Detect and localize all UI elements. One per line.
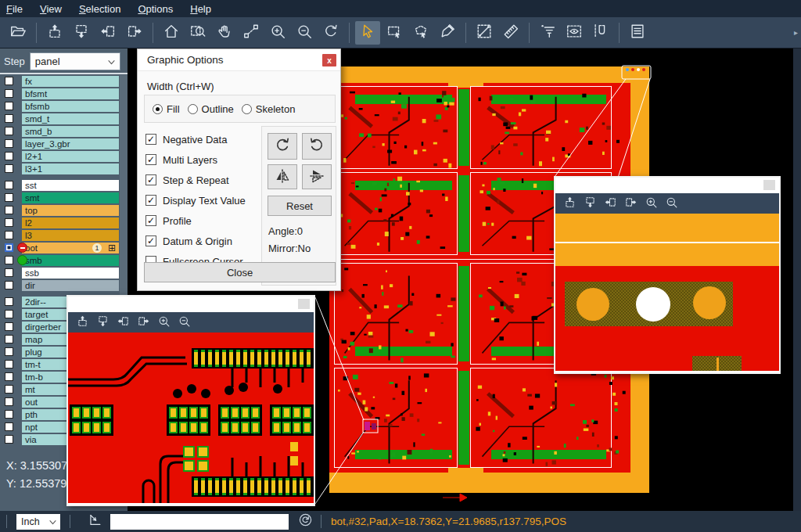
layer-checkbox[interactable] — [5, 102, 13, 110]
brush-button[interactable] — [435, 21, 460, 45]
checkbox-box[interactable]: ✓ — [145, 195, 156, 206]
open-folder-button[interactable] — [5, 21, 31, 45]
step-select[interactable]: panel — [30, 52, 120, 70]
select-rect-button[interactable] — [382, 21, 407, 45]
pick-point-icon[interactable] — [88, 512, 102, 530]
layer-chip[interactable]: smd_t — [22, 113, 119, 124]
preview-eye-button[interactable] — [562, 21, 587, 45]
magnifier-pcb-view[interactable] — [555, 214, 779, 371]
move-left-button[interactable] — [601, 195, 620, 212]
layer-chip[interactable]: smb — [22, 255, 119, 266]
layer-checkbox[interactable] — [5, 385, 13, 394]
reset-button[interactable]: Reset — [268, 196, 332, 216]
checkbox-box[interactable]: ✓ — [145, 174, 156, 185]
pcb-board[interactable] — [334, 263, 458, 365]
layer-chip[interactable]: ssb — [22, 268, 119, 279]
checkbox-box[interactable]: ✓ — [145, 154, 156, 165]
select-arrow-button[interactable] — [355, 21, 380, 45]
zoom-out-button[interactable] — [292, 21, 317, 45]
toolbar-overflow-chevron[interactable]: ▸ — [794, 28, 798, 37]
layer-chip[interactable]: dir — [22, 280, 119, 291]
layer-checkbox[interactable] — [5, 114, 13, 123]
checkbox-multi-layers[interactable]: ✓Multi Layers — [145, 149, 246, 170]
checkbox-box[interactable]: ✓ — [145, 215, 156, 226]
window-button[interactable] — [298, 299, 310, 309]
layer-chip[interactable]: l2+1 — [22, 151, 119, 162]
mirror-vertical-button[interactable] — [302, 164, 332, 189]
layer-checkbox[interactable] — [5, 218, 13, 227]
move-down-button[interactable] — [580, 195, 599, 212]
layer-chip[interactable]: bfsmb — [22, 101, 119, 112]
zoom-in-button[interactable] — [641, 195, 660, 212]
move-up-button[interactable] — [42, 21, 67, 45]
layer-checkbox[interactable] — [5, 310, 13, 318]
layer-chip[interactable]: smd_b — [22, 126, 119, 137]
checkbox-display-text-value[interactable]: ✓Display Text Value — [145, 190, 246, 210]
move-right-button[interactable] — [122, 21, 147, 45]
checkbox-datum-origin[interactable]: ✓Datum & Origin — [145, 231, 246, 251]
layer-checkbox[interactable] — [5, 231, 13, 239]
layer-checkbox[interactable] — [5, 297, 13, 306]
layer-checkbox[interactable] — [5, 410, 13, 419]
move-down-button[interactable] — [69, 21, 94, 45]
layer-chip[interactable]: l3 — [22, 230, 119, 241]
checkbox-profile[interactable]: ✓Profile — [145, 210, 246, 231]
checkbox-box[interactable]: ✓ — [145, 235, 156, 246]
pcb-board[interactable] — [334, 86, 458, 169]
mirror-horizontal-button[interactable] — [268, 164, 297, 189]
move-left-button[interactable] — [113, 314, 132, 331]
layer-checkbox[interactable] — [5, 152, 13, 160]
radio-outline[interactable]: Outline — [188, 103, 234, 115]
layer-checkbox[interactable] — [5, 77, 13, 85]
layer-checkbox[interactable] — [5, 360, 13, 368]
unit-select[interactable]: Inch — [16, 514, 60, 530]
layer-chip[interactable]: fx — [22, 76, 119, 87]
rotate-cw-button[interactable] — [268, 133, 297, 160]
move-up-button[interactable] — [560, 195, 579, 212]
pcb-board[interactable] — [334, 368, 458, 468]
canvas-scrollbar[interactable] — [793, 49, 801, 511]
dialog-title-bar[interactable]: Graphic Options x — [138, 49, 340, 71]
select-polygon-button[interactable] — [408, 21, 433, 45]
zoom-out-button[interactable] — [174, 314, 193, 331]
layer-checkbox[interactable] — [5, 206, 13, 214]
layer-checkbox[interactable] — [5, 435, 13, 444]
zoom-previous-button[interactable] — [318, 21, 343, 45]
checkbox-box[interactable]: ✓ — [145, 134, 156, 145]
radio-circle[interactable] — [188, 104, 198, 114]
magnifier-window-corner[interactable] — [554, 176, 781, 374]
layer-checkbox[interactable] — [5, 256, 13, 264]
window-button[interactable] — [763, 180, 775, 190]
grid-icon[interactable]: ⊞ — [108, 243, 116, 253]
measure-diagonal-button[interactable] — [472, 21, 497, 45]
magnifier-title-bar[interactable] — [555, 178, 779, 193]
layer-checkbox[interactable] — [5, 127, 13, 135]
move-right-button[interactable] — [621, 195, 640, 212]
menu-view[interactable]: View — [40, 3, 62, 15]
dialog-close-button[interactable]: Close — [144, 262, 336, 282]
pcb-board[interactable] — [470, 86, 612, 169]
layer-checkbox[interactable] — [5, 322, 13, 331]
ruler-button[interactable] — [498, 21, 523, 45]
layer-checkbox[interactable] — [5, 243, 13, 252]
command-input[interactable] — [110, 514, 289, 530]
layer-chip[interactable]: bfsmt — [22, 88, 119, 99]
menu-selection[interactable]: Selection — [79, 3, 120, 15]
layer-checkbox[interactable] — [5, 193, 13, 202]
layer-chip[interactable]: top — [22, 205, 119, 216]
measure-points-button[interactable] — [239, 21, 264, 45]
move-left-button[interactable] — [95, 21, 120, 45]
zoom-in-button[interactable] — [265, 21, 290, 45]
rotate-ccw-button[interactable] — [302, 133, 332, 160]
zoom-window-button[interactable] — [185, 21, 210, 45]
layer-checkbox[interactable] — [5, 397, 13, 406]
radio-skeleton[interactable]: Skeleton — [242, 103, 296, 115]
layer-checkbox[interactable] — [5, 281, 13, 289]
zoom-out-button[interactable] — [662, 195, 681, 212]
move-right-button[interactable] — [134, 314, 153, 331]
radio-fill[interactable]: Fill — [153, 103, 180, 115]
menu-options[interactable]: Options — [138, 3, 173, 15]
layer-chip[interactable]: l3+1 — [22, 164, 119, 174]
layer-checkbox[interactable] — [5, 335, 13, 343]
layer-chip[interactable]: sst — [22, 180, 119, 191]
